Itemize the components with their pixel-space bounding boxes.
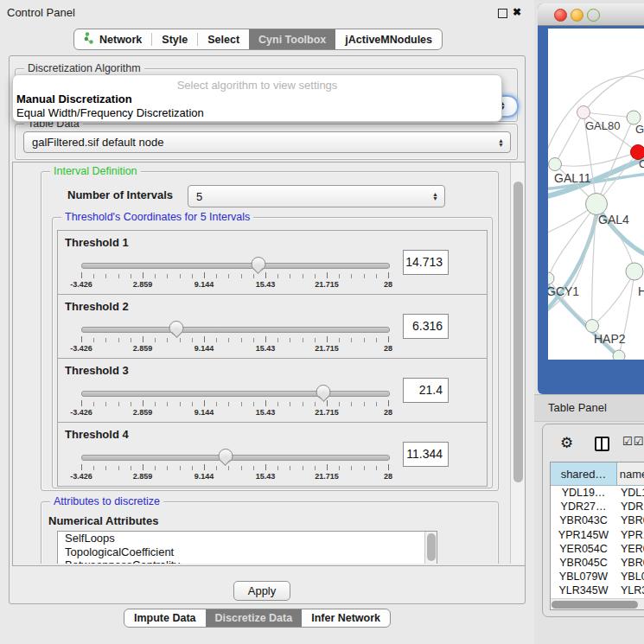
table-data-combobox[interactable]: galFiltered.sif default node ▲▼ (23, 131, 511, 153)
attributes-group: Attributes to discretize Numerical Attri… (41, 501, 499, 564)
node[interactable] (613, 350, 625, 360)
node-gal4[interactable] (586, 194, 608, 215)
list-scrollbar[interactable] (424, 532, 437, 564)
network-window-titlebar[interactable] (538, 3, 644, 26)
table-row[interactable]: YLR345W YLR3 (551, 583, 644, 597)
column-header-name[interactable]: name (617, 462, 644, 485)
zoom-window-button[interactable] (587, 9, 600, 22)
slider-thumb[interactable] (218, 449, 233, 463)
close-panel-icon[interactable]: ✖ (513, 6, 521, 18)
slider-tick-labels: -3.426 2.859 9.144 15.43 21.715 28 (81, 408, 388, 418)
numerical-attributes-label: Numerical Attributes (48, 514, 158, 527)
tab-impute-data[interactable]: Impute Data (124, 609, 206, 627)
table-body: YDL19… YDL1 YDR27… YDR2 YBR043C YBR0 YPR… (551, 486, 644, 610)
float-window-icon[interactable] (498, 9, 507, 18)
tab-style[interactable]: Style (152, 29, 197, 49)
table-row[interactable]: YBR043C YBR0 (551, 513, 644, 527)
threshold-value-field[interactable]: 14.713 (403, 250, 449, 275)
threshold-value-field[interactable]: 21.4 (403, 378, 449, 403)
threshold-label: Threshold 1 (65, 236, 129, 249)
select-all-checkbox-icon[interactable]: ☑☑ (622, 435, 644, 448)
table-header-row: shared… name (551, 462, 644, 486)
thresholds-group-title: Threshold's Coordinates for 5 Intervals (61, 211, 253, 223)
column-header-shared-name[interactable]: shared… (551, 462, 617, 485)
network-canvas[interactable]: GAL80 GA C GAL11 GAL4 GCY1 H HAP2 (548, 29, 644, 360)
threshold-panel: Threshold 4 -3.426 2.859 9.144 (57, 422, 488, 487)
node-gcy1[interactable] (548, 272, 554, 284)
algorithm-dropdown-popup: Select algorithm to view settings Manual… (12, 74, 502, 122)
threshold-label: Threshold 4 (65, 428, 129, 441)
slider-thumb[interactable] (316, 385, 331, 399)
threshold-panel: Threshold 3 -3.426 2.859 9.144 (57, 358, 488, 423)
popup-option-manual[interactable]: Manual Discretization (14, 92, 132, 105)
node-label: H (638, 284, 644, 298)
table-row[interactable]: YER054C YER0 (551, 542, 644, 556)
combo-arrows-icon: ▲▼ (432, 192, 444, 201)
table-row[interactable]: YPR145W YPR1 (551, 528, 644, 542)
table-row[interactable]: YDR27… YDR2 (551, 500, 644, 513)
tab-infer-network[interactable]: Infer Network (302, 609, 390, 627)
list-scrollbar-thumb[interactable] (427, 533, 436, 561)
minimize-window-button[interactable] (571, 9, 583, 22)
slider-ticks-major (81, 400, 389, 406)
node[interactable] (626, 263, 643, 280)
table-horizontal-scrollbar[interactable] (551, 598, 644, 609)
slider-ticks-major (81, 272, 389, 278)
node-label: C (639, 157, 644, 170)
columns-icon[interactable] (595, 437, 609, 451)
top-tabbar: Network Style Select Cyni Toolbox jActiv… (73, 29, 443, 50)
network-icon (84, 32, 94, 47)
list-item[interactable]: SelfLoops (58, 532, 437, 545)
slider-thumb[interactable] (251, 257, 265, 271)
table-panel: ⚙ ☑☑ shared… name YDL19… YDL1 YDR27… YDR… (542, 424, 644, 617)
gear-icon[interactable]: ⚙ (560, 434, 573, 452)
node-table: shared… name YDL19… YDL1 YDR27… YDR2 YBR… (550, 462, 644, 610)
threshold-slider[interactable] (81, 385, 388, 400)
table-horizontal-scrollbar-thumb[interactable] (552, 601, 638, 609)
network-node-labels: GAL80 GA C GAL11 GAL4 GCY1 H HAP2 (548, 119, 644, 346)
table-row[interactable]: YDL19… YDL1 (551, 486, 644, 500)
node-gal11[interactable] (549, 158, 562, 171)
network-nodes[interactable] (548, 106, 644, 360)
slider-tick-labels: -3.426 2.859 9.144 15.43 21.715 28 (81, 280, 388, 290)
list-item[interactable]: TopologicalCoefficient (58, 545, 437, 559)
slider-track[interactable] (81, 327, 390, 333)
table-data-value: galFiltered.sif default node (24, 136, 498, 149)
slider-thumb[interactable] (169, 321, 184, 335)
num-intervals-value: 5 (188, 190, 432, 203)
settings-scrollbar-thumb[interactable] (513, 182, 523, 482)
tab-select[interactable]: Select (198, 29, 249, 49)
threshold-slider[interactable] (81, 449, 388, 464)
apply-button[interactable]: Apply (233, 581, 290, 601)
tab-cyni-toolbox[interactable]: Cyni Toolbox (249, 29, 335, 49)
list-item[interactable]: BetweennessCentrality (58, 558, 437, 564)
settings-scrollbar[interactable] (510, 163, 525, 564)
table-row[interactable]: YBR045C YBR0 (551, 556, 644, 570)
table-row[interactable]: YBL079W YBL0 (551, 570, 644, 583)
threshold-value-field[interactable]: 6.316 (403, 314, 449, 339)
table-panel-header: Table Panel (534, 394, 644, 422)
slider-track[interactable] (81, 263, 390, 269)
tab-jactivemnodules[interactable]: jActiveMNodules (335, 29, 442, 49)
combo-arrows-icon: ▲▼ (498, 138, 510, 147)
threshold-value-field[interactable]: 11.344 (403, 442, 449, 467)
slider-ticks-major (81, 464, 389, 470)
popup-placeholder: Select algorithm to view settings (13, 79, 501, 92)
popup-option-equal-width[interactable]: Equal Width/Frequency Discretization (14, 106, 204, 119)
slider-ticks-major (81, 336, 389, 342)
slider-track[interactable] (81, 455, 390, 461)
bottom-tabbar: Impute Data Discretize Data Infer Networ… (124, 609, 391, 628)
node-gal80[interactable] (577, 106, 590, 119)
slider-track[interactable] (81, 391, 390, 397)
threshold-label: Threshold 3 (65, 364, 129, 377)
threshold-slider[interactable] (81, 257, 388, 272)
tab-network[interactable]: Network (74, 29, 151, 49)
node-label: GA (635, 123, 644, 136)
num-intervals-combobox[interactable]: 5 ▲▼ (188, 185, 445, 207)
node-label: HAP2 (594, 332, 626, 346)
attributes-list[interactable]: SelfLoops TopologicalCoefficient Between… (57, 531, 437, 564)
threshold-slider[interactable] (81, 321, 388, 336)
close-window-button[interactable] (554, 9, 567, 22)
node-hap2[interactable] (586, 320, 599, 333)
tab-discretize-data[interactable]: Discretize Data (206, 609, 303, 627)
